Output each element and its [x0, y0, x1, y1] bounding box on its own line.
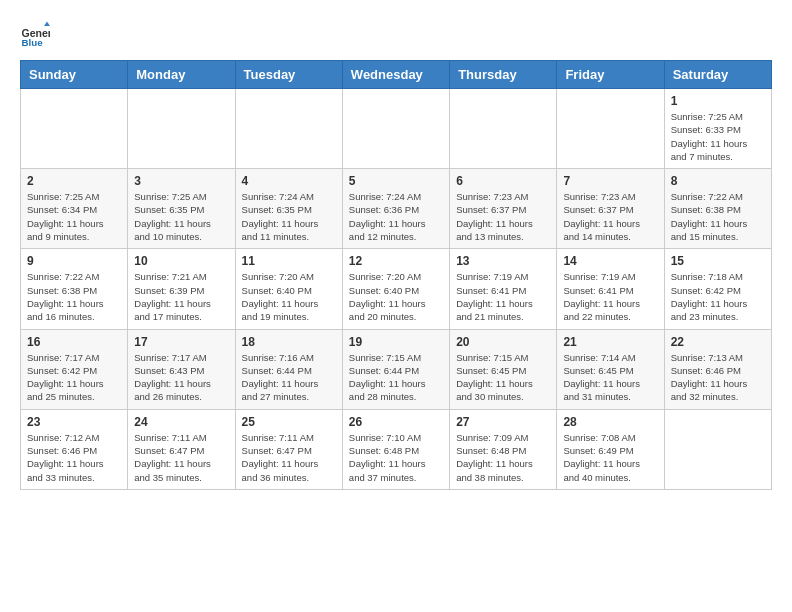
day-info: Sunrise: 7:15 AM Sunset: 6:44 PM Dayligh…: [349, 351, 443, 404]
day-number: 19: [349, 335, 443, 349]
day-number: 20: [456, 335, 550, 349]
day-number: 1: [671, 94, 765, 108]
day-info: Sunrise: 7:22 AM Sunset: 6:38 PM Dayligh…: [671, 190, 765, 243]
day-info: Sunrise: 7:08 AM Sunset: 6:49 PM Dayligh…: [563, 431, 657, 484]
day-number: 18: [242, 335, 336, 349]
calendar-cell: [664, 409, 771, 489]
calendar-cell: 21Sunrise: 7:14 AM Sunset: 6:45 PM Dayli…: [557, 329, 664, 409]
calendar-cell: 1Sunrise: 7:25 AM Sunset: 6:33 PM Daylig…: [664, 89, 771, 169]
calendar-cell: 22Sunrise: 7:13 AM Sunset: 6:46 PM Dayli…: [664, 329, 771, 409]
calendar-week-row: 2Sunrise: 7:25 AM Sunset: 6:34 PM Daylig…: [21, 169, 772, 249]
calendar-cell: 15Sunrise: 7:18 AM Sunset: 6:42 PM Dayli…: [664, 249, 771, 329]
day-info: Sunrise: 7:09 AM Sunset: 6:48 PM Dayligh…: [456, 431, 550, 484]
day-number: 25: [242, 415, 336, 429]
day-info: Sunrise: 7:25 AM Sunset: 6:35 PM Dayligh…: [134, 190, 228, 243]
calendar-cell: 3Sunrise: 7:25 AM Sunset: 6:35 PM Daylig…: [128, 169, 235, 249]
calendar-cell: 16Sunrise: 7:17 AM Sunset: 6:42 PM Dayli…: [21, 329, 128, 409]
day-number: 16: [27, 335, 121, 349]
svg-text:Blue: Blue: [22, 37, 44, 48]
day-info: Sunrise: 7:11 AM Sunset: 6:47 PM Dayligh…: [134, 431, 228, 484]
day-info: Sunrise: 7:23 AM Sunset: 6:37 PM Dayligh…: [563, 190, 657, 243]
day-number: 21: [563, 335, 657, 349]
day-number: 22: [671, 335, 765, 349]
calendar-week-row: 1Sunrise: 7:25 AM Sunset: 6:33 PM Daylig…: [21, 89, 772, 169]
day-info: Sunrise: 7:21 AM Sunset: 6:39 PM Dayligh…: [134, 270, 228, 323]
day-number: 5: [349, 174, 443, 188]
day-info: Sunrise: 7:11 AM Sunset: 6:47 PM Dayligh…: [242, 431, 336, 484]
weekday-header-cell: Friday: [557, 61, 664, 89]
calendar-cell: 9Sunrise: 7:22 AM Sunset: 6:38 PM Daylig…: [21, 249, 128, 329]
day-info: Sunrise: 7:14 AM Sunset: 6:45 PM Dayligh…: [563, 351, 657, 404]
day-info: Sunrise: 7:17 AM Sunset: 6:43 PM Dayligh…: [134, 351, 228, 404]
calendar-week-row: 23Sunrise: 7:12 AM Sunset: 6:46 PM Dayli…: [21, 409, 772, 489]
weekday-header-cell: Saturday: [664, 61, 771, 89]
calendar-cell: [128, 89, 235, 169]
day-info: Sunrise: 7:22 AM Sunset: 6:38 PM Dayligh…: [27, 270, 121, 323]
calendar-table: SundayMondayTuesdayWednesdayThursdayFrid…: [20, 60, 772, 490]
day-info: Sunrise: 7:18 AM Sunset: 6:42 PM Dayligh…: [671, 270, 765, 323]
day-info: Sunrise: 7:15 AM Sunset: 6:45 PM Dayligh…: [456, 351, 550, 404]
calendar-cell: [235, 89, 342, 169]
weekday-header-cell: Sunday: [21, 61, 128, 89]
day-info: Sunrise: 7:20 AM Sunset: 6:40 PM Dayligh…: [242, 270, 336, 323]
calendar-cell: 2Sunrise: 7:25 AM Sunset: 6:34 PM Daylig…: [21, 169, 128, 249]
weekday-header-cell: Monday: [128, 61, 235, 89]
page-header: General Blue: [20, 20, 772, 50]
calendar-cell: 10Sunrise: 7:21 AM Sunset: 6:39 PM Dayli…: [128, 249, 235, 329]
day-number: 26: [349, 415, 443, 429]
day-info: Sunrise: 7:16 AM Sunset: 6:44 PM Dayligh…: [242, 351, 336, 404]
day-number: 4: [242, 174, 336, 188]
day-info: Sunrise: 7:19 AM Sunset: 6:41 PM Dayligh…: [563, 270, 657, 323]
weekday-header-cell: Tuesday: [235, 61, 342, 89]
calendar-cell: 27Sunrise: 7:09 AM Sunset: 6:48 PM Dayli…: [450, 409, 557, 489]
weekday-header-row: SundayMondayTuesdayWednesdayThursdayFrid…: [21, 61, 772, 89]
calendar-cell: [342, 89, 449, 169]
calendar-cell: 14Sunrise: 7:19 AM Sunset: 6:41 PM Dayli…: [557, 249, 664, 329]
calendar-body: 1Sunrise: 7:25 AM Sunset: 6:33 PM Daylig…: [21, 89, 772, 490]
calendar-cell: 11Sunrise: 7:20 AM Sunset: 6:40 PM Dayli…: [235, 249, 342, 329]
calendar-cell: [557, 89, 664, 169]
day-info: Sunrise: 7:25 AM Sunset: 6:33 PM Dayligh…: [671, 110, 765, 163]
day-number: 14: [563, 254, 657, 268]
day-info: Sunrise: 7:20 AM Sunset: 6:40 PM Dayligh…: [349, 270, 443, 323]
day-number: 15: [671, 254, 765, 268]
day-number: 24: [134, 415, 228, 429]
day-number: 6: [456, 174, 550, 188]
calendar-week-row: 16Sunrise: 7:17 AM Sunset: 6:42 PM Dayli…: [21, 329, 772, 409]
day-info: Sunrise: 7:17 AM Sunset: 6:42 PM Dayligh…: [27, 351, 121, 404]
calendar-cell: 23Sunrise: 7:12 AM Sunset: 6:46 PM Dayli…: [21, 409, 128, 489]
day-number: 8: [671, 174, 765, 188]
calendar-cell: 28Sunrise: 7:08 AM Sunset: 6:49 PM Dayli…: [557, 409, 664, 489]
day-number: 13: [456, 254, 550, 268]
day-info: Sunrise: 7:24 AM Sunset: 6:35 PM Dayligh…: [242, 190, 336, 243]
calendar-cell: 7Sunrise: 7:23 AM Sunset: 6:37 PM Daylig…: [557, 169, 664, 249]
day-info: Sunrise: 7:10 AM Sunset: 6:48 PM Dayligh…: [349, 431, 443, 484]
calendar-cell: 12Sunrise: 7:20 AM Sunset: 6:40 PM Dayli…: [342, 249, 449, 329]
weekday-header-cell: Wednesday: [342, 61, 449, 89]
calendar-cell: 17Sunrise: 7:17 AM Sunset: 6:43 PM Dayli…: [128, 329, 235, 409]
calendar-cell: 4Sunrise: 7:24 AM Sunset: 6:35 PM Daylig…: [235, 169, 342, 249]
day-number: 10: [134, 254, 228, 268]
day-number: 17: [134, 335, 228, 349]
calendar-cell: 5Sunrise: 7:24 AM Sunset: 6:36 PM Daylig…: [342, 169, 449, 249]
day-info: Sunrise: 7:13 AM Sunset: 6:46 PM Dayligh…: [671, 351, 765, 404]
calendar-cell: 18Sunrise: 7:16 AM Sunset: 6:44 PM Dayli…: [235, 329, 342, 409]
calendar-cell: 24Sunrise: 7:11 AM Sunset: 6:47 PM Dayli…: [128, 409, 235, 489]
day-number: 27: [456, 415, 550, 429]
calendar-cell: 20Sunrise: 7:15 AM Sunset: 6:45 PM Dayli…: [450, 329, 557, 409]
day-number: 23: [27, 415, 121, 429]
calendar-cell: 26Sunrise: 7:10 AM Sunset: 6:48 PM Dayli…: [342, 409, 449, 489]
day-info: Sunrise: 7:12 AM Sunset: 6:46 PM Dayligh…: [27, 431, 121, 484]
calendar-cell: 6Sunrise: 7:23 AM Sunset: 6:37 PM Daylig…: [450, 169, 557, 249]
day-number: 28: [563, 415, 657, 429]
logo: General Blue: [20, 20, 50, 50]
calendar-week-row: 9Sunrise: 7:22 AM Sunset: 6:38 PM Daylig…: [21, 249, 772, 329]
day-info: Sunrise: 7:19 AM Sunset: 6:41 PM Dayligh…: [456, 270, 550, 323]
day-number: 3: [134, 174, 228, 188]
calendar-cell: [450, 89, 557, 169]
calendar-cell: 8Sunrise: 7:22 AM Sunset: 6:38 PM Daylig…: [664, 169, 771, 249]
weekday-header-cell: Thursday: [450, 61, 557, 89]
calendar-cell: 25Sunrise: 7:11 AM Sunset: 6:47 PM Dayli…: [235, 409, 342, 489]
day-number: 9: [27, 254, 121, 268]
calendar-cell: [21, 89, 128, 169]
